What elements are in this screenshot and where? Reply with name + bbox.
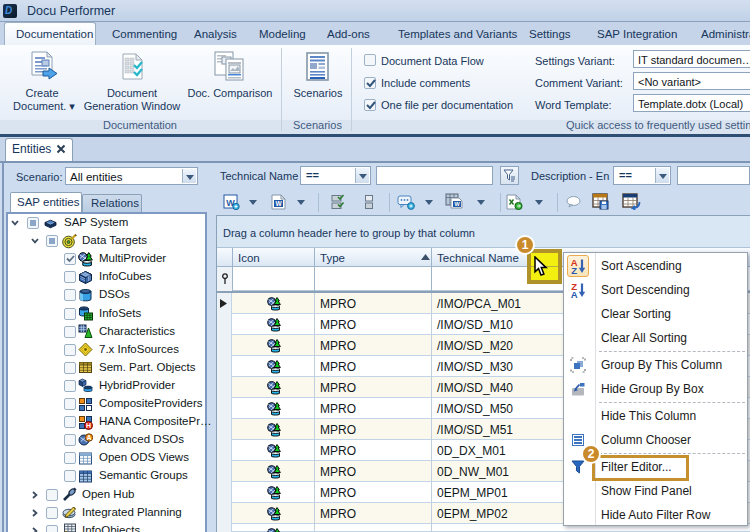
svg-text:W: W xyxy=(275,200,282,207)
svg-text:W: W xyxy=(454,201,460,207)
